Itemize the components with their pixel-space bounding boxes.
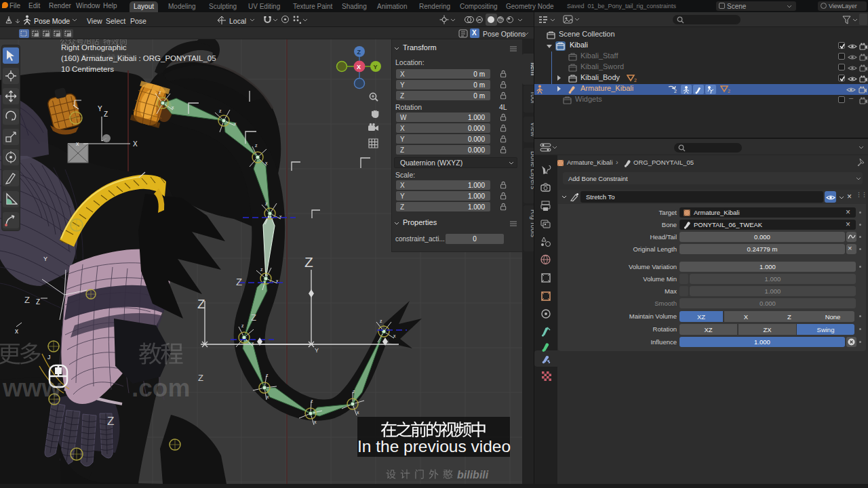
svg-text:z: z: [380, 319, 382, 323]
svg-text:X: X: [357, 64, 361, 70]
svg-text:x: x: [267, 394, 269, 399]
svg-text:Z: Z: [251, 312, 256, 323]
svg-text:www: www: [2, 374, 62, 402]
svg-text:Z: Z: [197, 297, 205, 311]
svg-text:z: z: [353, 389, 355, 394]
svg-text:Z: Z: [357, 49, 361, 56]
svg-text:z: z: [219, 108, 222, 113]
svg-text:Y: Y: [374, 64, 378, 70]
svg-text:Z: Z: [304, 254, 313, 270]
svg-text:x: x: [314, 420, 317, 424]
svg-text:Y: Y: [98, 105, 102, 113]
svg-text:Y: Y: [43, 256, 47, 262]
svg-text:X: X: [133, 140, 138, 148]
svg-text:2: 2: [674, 89, 677, 94]
svg-text:Z: Z: [24, 295, 30, 305]
svg-text:Right Orthographic: Right Orthographic: [61, 43, 127, 52]
svg-text:Z: Z: [107, 415, 114, 428]
svg-text:x: x: [357, 410, 359, 415]
svg-text:2: 2: [728, 89, 730, 94]
svg-text:z: z: [265, 201, 268, 206]
svg-text:10 Centimeters: 10 Centimeters: [61, 65, 114, 73]
svg-text:z: z: [255, 143, 258, 148]
svg-text:Z: Z: [104, 110, 108, 118]
svg-text:x: x: [15, 327, 18, 335]
svg-text:x: x: [234, 121, 237, 126]
svg-text:Z: Z: [236, 276, 242, 287]
svg-text:Z: Z: [36, 298, 40, 306]
svg-text:J: J: [47, 354, 51, 361]
svg-text:z: z: [311, 399, 313, 403]
svg-text:(160) Armature_Kibali : ORG_PO: (160) Armature_Kibali : ORG_PONYTAIL_05: [61, 54, 216, 62]
svg-text:z: z: [266, 373, 269, 378]
svg-text:Y: Y: [315, 347, 319, 354]
svg-text:Z: Z: [198, 373, 203, 383]
svg-text:x: x: [265, 161, 268, 165]
svg-text:x: x: [172, 105, 174, 110]
svg-text:x: x: [252, 341, 254, 346]
svg-text:x: x: [76, 140, 79, 147]
svg-text:x: x: [393, 333, 396, 338]
svg-text:z: z: [241, 323, 244, 328]
svg-text:2: 2: [634, 78, 637, 83]
svg-text:z: z: [260, 267, 263, 272]
svg-text:z: z: [159, 90, 161, 95]
svg-text:.com: .com: [132, 374, 190, 402]
